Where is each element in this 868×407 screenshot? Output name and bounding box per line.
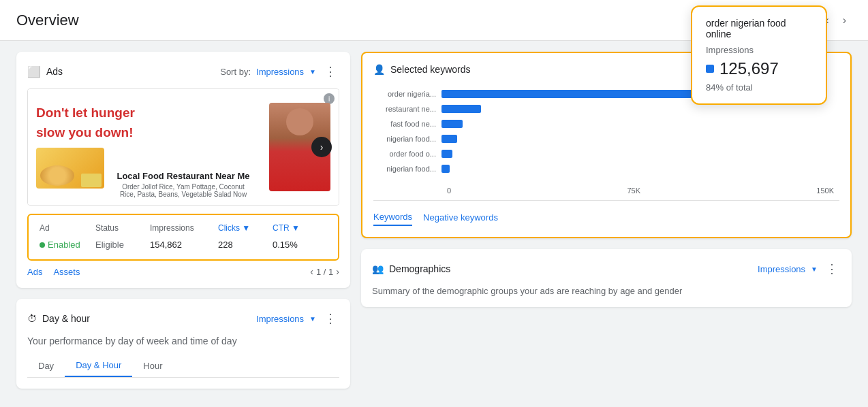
tooltip-value-row: 125,697: [706, 59, 812, 78]
sort-label: Sort by:: [220, 67, 251, 77]
keyword-tooltip: order nigerian food online Impressions 1…: [691, 5, 827, 105]
demographics-description: Summary of the demographic groups your a…: [372, 286, 841, 296]
chart-bar-container: [441, 118, 839, 129]
ad-title: Local Food Restaurant Near Me: [115, 171, 251, 181]
day-hour-header: ⏱ Day & hour Impressions ▼ ⋮: [27, 310, 339, 327]
keywords-tabs: Keywords Negative keywords: [373, 200, 839, 226]
col-impressions: Impressions: [150, 223, 218, 233]
x-axis-150k: 150K: [816, 186, 834, 195]
tooltip-impressions-label: Impressions: [706, 45, 812, 55]
ad-next-button[interactable]: ›: [311, 137, 332, 157]
col-clicks: Clicks ▼: [218, 223, 273, 233]
ad-link-buttons: Ads Assets: [27, 267, 80, 277]
ad-headline-line1: Don't let hunger: [36, 105, 135, 121]
day-hour-icon: ⏱: [27, 313, 37, 324]
tooltip-keyword-text: order nigerian food online: [706, 18, 812, 39]
sort-caret: ▼: [309, 68, 316, 76]
day-hour-title-text: Day & hour: [42, 313, 90, 324]
sort-select[interactable]: Impressions: [256, 67, 304, 77]
chart-bar: [441, 105, 481, 113]
chart-row-label: nigerian food...: [373, 135, 441, 143]
chart-bar-container: [441, 133, 839, 144]
keywords-title: 👤 Selected keywords: [373, 64, 471, 75]
tooltip-color-indicator: [706, 65, 714, 73]
chart-bar: [441, 150, 452, 158]
next-arrow[interactable]: ›: [837, 12, 852, 29]
ads-table-header: Ad Status Impressions Clicks ▼ CTR ▼: [34, 221, 332, 235]
eligibility-text: Eligible: [95, 240, 150, 250]
ad-headline-line2: slow you down!: [36, 125, 134, 141]
tab-day[interactable]: Day: [27, 355, 65, 377]
chart-row-label: order nigeria...: [373, 90, 441, 98]
ads-link-button[interactable]: Ads: [27, 267, 42, 277]
demographics-sort[interactable]: Impressions: [758, 264, 805, 274]
ads-card-header: ⬜ Ads Sort by: Impressions ▼ ⋮: [27, 63, 339, 80]
x-axis-0: 0: [447, 186, 451, 195]
ads-table-row: Enabled Eligible 154,862 228 0.15%: [34, 235, 332, 254]
demographics-header: 👥 Demographics Impressions ▼ ⋮: [372, 260, 841, 278]
ad-status-indicator: Enabled: [40, 240, 95, 250]
ad-preview: i Don't let hunger slow you down!: [27, 88, 339, 206]
ads-card-title: ⬜ Ads: [27, 65, 63, 78]
chart-bar-container: [441, 103, 839, 114]
ad-enabled-text: Enabled: [48, 240, 80, 250]
ads-more-button[interactable]: ⋮: [322, 63, 339, 80]
ad-food-image: [36, 148, 104, 189]
tab-hour[interactable]: Hour: [132, 355, 173, 377]
ad-preview-inner: i Don't let hunger slow you down!: [28, 89, 339, 205]
ads-icon: ⬜: [27, 65, 41, 78]
ad-center-info: Local Food Restaurant Near Me Order Joll…: [115, 171, 251, 198]
ads-table: Ad Status Impressions Clicks ▼ CTR ▼ Ena…: [27, 214, 339, 261]
tab-day-hour[interactable]: Day & Hour: [65, 355, 132, 377]
chart-row: order food o...: [373, 148, 839, 159]
prev-page-button[interactable]: ‹: [310, 266, 313, 277]
chart-row-label: restaurant ne...: [373, 105, 441, 113]
status-dot: [40, 242, 45, 248]
chart-bar: [441, 165, 450, 173]
ad-body: Order Jollof Rice, Yam Pottage, Coconut …: [115, 183, 251, 198]
tooltip-percent: 84% of total: [706, 82, 812, 93]
assets-link-button[interactable]: Assets: [53, 267, 80, 277]
keywords-tab[interactable]: Keywords: [373, 209, 412, 226]
demographics-more-button[interactable]: ⋮: [823, 260, 841, 278]
day-hour-sort-caret: ▼: [309, 315, 316, 323]
demographics-card: 👥 Demographics Impressions ▼ ⋮ Summary o…: [361, 249, 852, 307]
demographics-title: 👥 Demographics: [372, 263, 450, 274]
time-tabs: Day Day & Hour Hour: [27, 355, 339, 378]
chart-bar: [441, 120, 463, 128]
ad-burger: [40, 165, 74, 186]
clicks-value: 228: [218, 240, 273, 250]
demographics-icon: 👥: [372, 263, 384, 274]
col-ad: Ad: [40, 223, 95, 233]
col-status: Status: [95, 223, 150, 233]
ad-links-row: Ads Assets ‹ 1 / 1 ›: [27, 261, 339, 277]
chart-row: nigerian food...: [373, 133, 839, 144]
chart-x-axis: 0 75K 150K: [373, 186, 839, 195]
demographics-sort-caret: ▼: [811, 265, 818, 273]
chart-bar: [441, 135, 457, 143]
day-hour-sort[interactable]: Impressions: [256, 314, 304, 324]
impressions-value: 154,862: [150, 240, 218, 250]
chart-bar-container: [441, 163, 839, 174]
chart-row: nigerian food...: [373, 163, 839, 174]
ads-card-controls: Sort by: Impressions ▼ ⋮: [220, 63, 339, 80]
day-hour-more-button[interactable]: ⋮: [322, 310, 339, 327]
left-column: ⬜ Ads Sort by: Impressions ▼ ⋮ i Don't l…: [16, 52, 350, 389]
keywords-icon: 👤: [373, 64, 385, 75]
chart-row-label: order food o...: [373, 150, 441, 158]
day-hour-title: ⏱ Day & hour: [27, 313, 90, 324]
ads-title-text: Ads: [46, 66, 63, 77]
ctr-value: 0.15%: [273, 240, 327, 250]
chart-row-label: nigerian food...: [373, 165, 441, 173]
demographics-title-text: Demographics: [389, 263, 450, 274]
day-hour-controls: Impressions ▼ ⋮: [256, 310, 339, 327]
chart-row: fast food ne...: [373, 118, 839, 129]
ad-fries: [81, 174, 102, 187]
demographics-controls: Impressions ▼ ⋮: [758, 260, 841, 278]
page-title: Overview: [16, 12, 79, 29]
ads-pagination: ‹ 1 / 1 ›: [310, 266, 339, 277]
negative-keywords-tab[interactable]: Negative keywords: [423, 209, 498, 226]
next-page-button[interactable]: ›: [336, 266, 339, 277]
page-indicator: 1 / 1: [316, 267, 333, 277]
col-ctr: CTR ▼: [273, 223, 327, 233]
